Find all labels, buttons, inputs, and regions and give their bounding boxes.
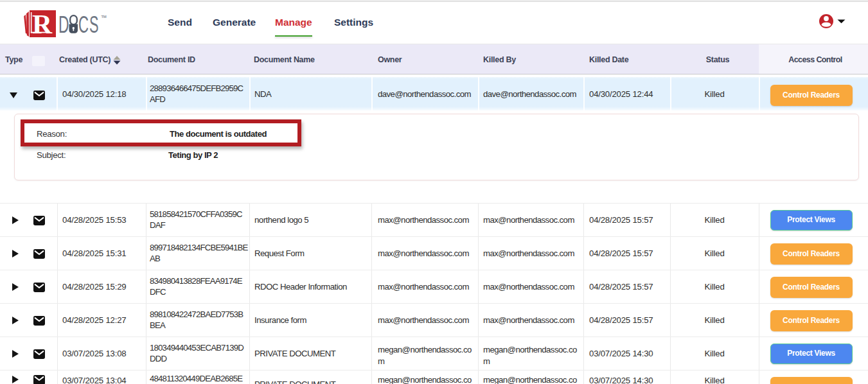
- svg-text:D: D: [58, 12, 69, 38]
- svg-text:S: S: [89, 12, 99, 38]
- svg-text:C: C: [78, 12, 89, 38]
- svg-text:R: R: [32, 9, 53, 39]
- svg-text:TM: TM: [102, 15, 107, 19]
